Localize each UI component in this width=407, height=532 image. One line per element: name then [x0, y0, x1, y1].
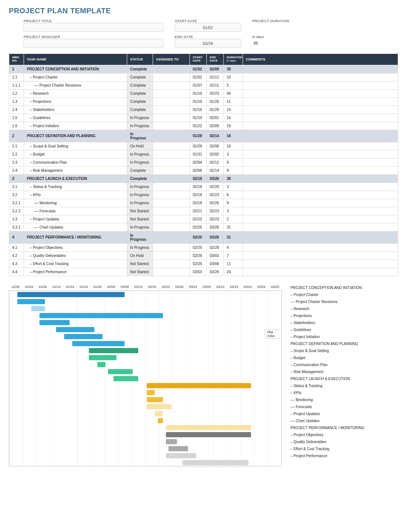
cell-status[interactable]: In Progress [127, 130, 153, 142]
cell-assigned[interactable] [153, 158, 190, 166]
start-date-input[interactable]: 01/02 [175, 23, 241, 32]
table-row[interactable]: 4PROJECT PERFORMANCE / MONITORINGIn Prog… [9, 231, 398, 243]
cell-assigned[interactable] [153, 260, 190, 268]
cell-comments[interactable] [243, 105, 398, 114]
cell-assigned[interactable] [153, 199, 190, 207]
cell-assigned[interactable] [153, 207, 190, 215]
cell-assigned[interactable] [153, 105, 190, 114]
cell-status[interactable]: On Hold [127, 251, 153, 260]
table-row[interactable]: 3.1– Status & TrackingIn Progress02/1802… [9, 182, 398, 191]
cell-status[interactable]: In Progress [127, 150, 153, 158]
cell-comments[interactable] [243, 251, 398, 260]
cell-status[interactable]: On Hold [127, 142, 153, 150]
table-row[interactable]: 1.3– ProjectionsComplete01/1001/2011 [9, 97, 398, 105]
cell-assigned[interactable] [153, 268, 190, 276]
cell-status[interactable]: In Progress [127, 231, 153, 243]
cell-comments[interactable] [243, 89, 398, 97]
cell-status[interactable]: In Progress [127, 191, 153, 199]
table-row[interactable]: 1PROJECT CONCEPTION AND INITIATIONComple… [9, 65, 398, 73]
table-row[interactable]: 3.2.1–– MonitoringIn Progress02/1802/269 [9, 199, 398, 207]
cell-comments[interactable] [243, 73, 398, 81]
cell-status[interactable]: Not Started [127, 215, 153, 223]
cell-comments[interactable] [243, 191, 398, 199]
table-row[interactable]: 1.6– Project InitiationIn Progress01/220… [9, 122, 398, 130]
cell-status[interactable]: In Progress [127, 122, 153, 130]
table-row[interactable]: 1.1– Project CharterComplete01/0201/1110 [9, 73, 398, 81]
cell-comments[interactable] [243, 130, 398, 142]
cell-assigned[interactable] [153, 166, 190, 174]
cell-status[interactable]: Complete [127, 81, 153, 89]
cell-status[interactable]: Complete [127, 89, 153, 97]
table-row[interactable]: 4.3– Effort & Cost TrackingNot Started02… [9, 260, 398, 268]
cell-assigned[interactable] [153, 81, 190, 89]
cell-status[interactable]: Complete [127, 166, 153, 174]
cell-assigned[interactable] [153, 65, 190, 73]
table-row[interactable]: 2.1– Scope & Goal SettingOn Hold01/2802/… [9, 142, 398, 150]
table-row[interactable]: 3.3– Project UpdatesNot Started02/2202/2… [9, 215, 398, 223]
table-row[interactable]: 3PROJECT LAUNCH & EXECUTIONComplete02/18… [9, 174, 398, 182]
cell-status[interactable]: In Progress [127, 199, 153, 207]
cell-status[interactable]: Complete [127, 65, 153, 73]
table-row[interactable]: 3.2– KPIsIn Progress02/1802/236 [9, 191, 398, 199]
table-row[interactable]: 1.2– ResearchComplete01/1002/2345 [9, 89, 398, 97]
table-row[interactable]: 2.3– Communication PlanIn Progress02/040… [9, 158, 398, 166]
cell-status[interactable]: Complete [127, 174, 153, 182]
cell-comments[interactable] [243, 174, 398, 182]
cell-comments[interactable] [243, 65, 398, 73]
cell-comments[interactable] [243, 166, 398, 174]
cell-status[interactable]: Not Started [127, 260, 153, 268]
cell-assigned[interactable] [153, 130, 190, 142]
cell-status[interactable]: Complete [127, 73, 153, 81]
cell-comments[interactable] [243, 223, 398, 231]
project-manager-input[interactable] [24, 39, 164, 48]
cell-status[interactable]: In Progress [127, 223, 153, 231]
cell-assigned[interactable] [153, 251, 190, 260]
table-row[interactable]: 1.1.1–– Project Charter RevisionsComplet… [9, 81, 398, 89]
table-row[interactable]: 2.2– BudgetIn Progress01/3102/023 [9, 150, 398, 158]
cell-assigned[interactable] [153, 243, 190, 251]
cell-comments[interactable] [243, 182, 398, 191]
table-row[interactable]: 2.4– Risk ManagementComplete02/0602/149 [9, 166, 398, 174]
cell-status[interactable]: In Progress [127, 182, 153, 191]
project-title-input[interactable] [24, 23, 164, 32]
cell-assigned[interactable] [153, 142, 190, 150]
cell-comments[interactable] [243, 268, 398, 276]
end-date-input[interactable]: 03/26 [175, 39, 241, 48]
cell-comments[interactable] [243, 199, 398, 207]
cell-assigned[interactable] [153, 97, 190, 105]
cell-status[interactable]: Not Started [127, 207, 153, 215]
table-row[interactable]: 3.2.2–– ForecastsNot Started02/2102/233 [9, 207, 398, 215]
cell-status[interactable]: In Progress [127, 114, 153, 122]
cell-assigned[interactable] [153, 89, 190, 97]
cell-comments[interactable] [243, 142, 398, 150]
cell-status[interactable]: Not Started [127, 268, 153, 276]
cell-comments[interactable] [243, 231, 398, 243]
cell-status[interactable]: Complete [127, 97, 153, 105]
table-row[interactable]: 4.2– Quality DeliverablesOn Hold02/2603/… [9, 251, 398, 260]
cell-comments[interactable] [243, 122, 398, 130]
cell-assigned[interactable] [153, 73, 190, 81]
cell-comments[interactable] [243, 207, 398, 215]
table-row[interactable]: 4.4– Project PerformanceNot Started03/03… [9, 268, 398, 276]
cell-status[interactable]: In Progress [127, 158, 153, 166]
cell-assigned[interactable] [153, 150, 190, 158]
cell-assigned[interactable] [153, 223, 190, 231]
table-row[interactable]: 2PROJECT DEFINITION AND PLANNINGIn Progr… [9, 130, 398, 142]
cell-assigned[interactable] [153, 174, 190, 182]
cell-comments[interactable] [243, 97, 398, 105]
cell-assigned[interactable] [153, 122, 190, 130]
cell-comments[interactable] [243, 114, 398, 122]
cell-comments[interactable] [243, 150, 398, 158]
table-row[interactable]: 1.5– GuidelinesIn Progress01/1902/0114 [9, 114, 398, 122]
table-row[interactable]: 4.1– Project ObjectivesIn Progress02/250… [9, 243, 398, 251]
cell-assigned[interactable] [153, 231, 190, 243]
cell-comments[interactable] [243, 243, 398, 251]
cell-assigned[interactable] [153, 114, 190, 122]
cell-status[interactable]: Complete [127, 105, 153, 114]
cell-status[interactable]: In Progress [127, 243, 153, 251]
cell-assigned[interactable] [153, 182, 190, 191]
cell-comments[interactable] [243, 260, 398, 268]
cell-assigned[interactable] [153, 215, 190, 223]
cell-comments[interactable] [243, 81, 398, 89]
cell-comments[interactable] [243, 215, 398, 223]
